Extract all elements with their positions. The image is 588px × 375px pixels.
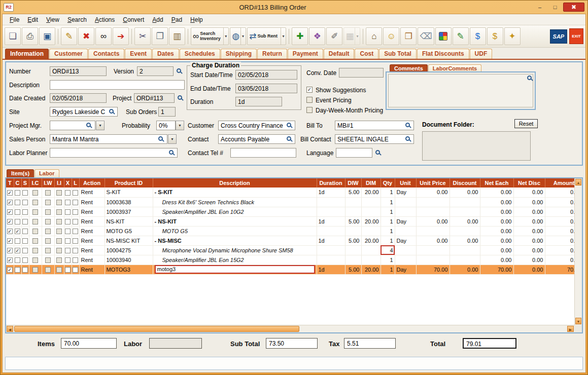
tab-udf[interactable]: UDF bbox=[470, 49, 493, 59]
search-inventory-button[interactable]: ∞Search Inventory▾ bbox=[191, 27, 229, 45]
checkbox-c[interactable] bbox=[15, 219, 20, 224]
conv-date-field[interactable] bbox=[339, 68, 384, 78]
menu-view[interactable]: View bbox=[42, 15, 63, 25]
checkbox-c[interactable] bbox=[15, 248, 20, 253]
tab-cost[interactable]: Cost bbox=[355, 49, 378, 59]
globe-button[interactable]: ◍▾ bbox=[230, 27, 246, 45]
checkbox-l[interactable] bbox=[73, 200, 78, 205]
bill-contact-search-icon[interactable] bbox=[405, 136, 410, 141]
col-header-net-disc[interactable]: Net Disc bbox=[513, 178, 545, 188]
checkbox-l[interactable] bbox=[73, 248, 78, 253]
tab-information[interactable]: Information bbox=[5, 49, 49, 59]
col-header-qty[interactable]: Qty bbox=[381, 178, 395, 188]
language-search-icon[interactable] bbox=[375, 150, 380, 155]
checkbox-ic[interactable] bbox=[32, 238, 38, 244]
checkbox-ic[interactable] bbox=[32, 190, 38, 196]
checkbox-s[interactable] bbox=[22, 219, 28, 224]
checkbox-s[interactable] bbox=[22, 257, 28, 263]
col-header-discount[interactable]: Discount bbox=[449, 178, 480, 188]
checkbox-x[interactable] bbox=[65, 248, 71, 253]
show-suggestions-checkbox[interactable] bbox=[306, 87, 313, 93]
checkbox-x[interactable] bbox=[65, 257, 71, 263]
checkbox-l[interactable] bbox=[73, 219, 78, 224]
sub-rent-button[interactable]: ⇄Sub Rent▾ bbox=[247, 27, 286, 45]
vertical-scrollbar[interactable]: ▲ ▼ bbox=[574, 178, 582, 325]
checkbox-ic[interactable] bbox=[32, 200, 38, 205]
col-header-i-w[interactable]: I.W bbox=[42, 178, 54, 188]
tab-shipping[interactable]: Shipping bbox=[221, 49, 257, 59]
paste-icon[interactable]: ▥ bbox=[169, 27, 185, 45]
checkbox-t[interactable] bbox=[7, 200, 13, 205]
contact-field[interactable]: Accounts Payable bbox=[218, 134, 295, 144]
menu-convert[interactable]: Convert bbox=[119, 15, 148, 25]
delete-icon[interactable]: ✖ bbox=[78, 27, 94, 45]
item-row-10004275[interactable]: Rent10004275Microphone Vocal Dynamic Mic… bbox=[6, 245, 574, 255]
checkbox-l[interactable] bbox=[73, 257, 78, 263]
checkbox-iw[interactable] bbox=[45, 219, 51, 224]
group-items-icon[interactable]: ❖ bbox=[309, 27, 325, 45]
checkbox-iw[interactable] bbox=[45, 267, 51, 273]
col-header-unit[interactable]: Unit bbox=[395, 178, 416, 188]
checkbox-c[interactable] bbox=[15, 229, 20, 234]
tab-payment[interactable]: Payment bbox=[288, 49, 323, 59]
checkbox-s[interactable] bbox=[22, 200, 28, 205]
edit-note-icon[interactable]: ✐ bbox=[326, 27, 342, 45]
checkbox-ii[interactable] bbox=[56, 238, 62, 244]
checkbox-s[interactable] bbox=[22, 190, 28, 196]
checkbox-t[interactable] bbox=[7, 190, 13, 196]
checkbox-c[interactable] bbox=[15, 209, 20, 215]
checkbox-c[interactable] bbox=[15, 267, 20, 273]
item-row-moto-g5[interactable]: RentMOTO G5MOTO G510.000.000.00 bbox=[6, 226, 574, 236]
title-bar[interactable]: R2 ORD#113 Billing Order – □ ✖ bbox=[2, 1, 586, 14]
checkbox-ii[interactable] bbox=[56, 200, 62, 205]
add-item-icon[interactable]: ✚ bbox=[292, 27, 308, 45]
col-header-dim[interactable]: DIM bbox=[361, 178, 381, 188]
col-header-c[interactable]: C bbox=[14, 178, 21, 188]
document-folder-area[interactable] bbox=[422, 131, 531, 161]
checkbox-l[interactable] bbox=[73, 209, 78, 215]
close-button[interactable]: ✖ bbox=[563, 3, 584, 12]
checkbox-t[interactable] bbox=[7, 267, 13, 273]
checkbox-l[interactable] bbox=[73, 238, 78, 244]
customer-search-icon[interactable] bbox=[287, 123, 291, 127]
checkbox-iw[interactable] bbox=[45, 200, 51, 205]
description-field[interactable] bbox=[50, 80, 185, 90]
checkbox-ic[interactable] bbox=[32, 267, 38, 273]
tab-event[interactable]: Event bbox=[125, 49, 152, 59]
checkbox-ii[interactable] bbox=[56, 219, 62, 224]
menu-edit[interactable]: Edit bbox=[23, 15, 42, 25]
edit-pencil-icon[interactable]: ✎ bbox=[61, 27, 77, 45]
tab-schedules[interactable]: Schedules bbox=[180, 49, 220, 59]
sales-person-search-icon[interactable] bbox=[158, 136, 163, 141]
col-header-description[interactable]: Description bbox=[153, 178, 317, 188]
rubiks-cube-icon[interactable] bbox=[435, 27, 452, 45]
grid-view-icon[interactable]: ▦▾ bbox=[343, 27, 360, 45]
checkbox-s[interactable] bbox=[22, 267, 28, 273]
checkbox-ii[interactable] bbox=[56, 248, 62, 253]
item-row-10003937[interactable]: Rent10003937Speaker/Amplifier JBL Eon 10… bbox=[6, 207, 574, 216]
item-row-s-kit[interactable]: RentS-KIT- S-KIT1d5.0020.001Day0.000.000… bbox=[6, 188, 574, 197]
description-editor[interactable]: motog3 bbox=[155, 265, 315, 274]
checkbox-s[interactable] bbox=[22, 248, 28, 253]
checkbox-t[interactable] bbox=[7, 219, 13, 224]
checkbox-ic[interactable] bbox=[32, 219, 38, 224]
checkbox-c[interactable] bbox=[15, 238, 20, 244]
col-header-duration[interactable]: Duration bbox=[317, 178, 345, 188]
checkbox-s[interactable] bbox=[22, 209, 28, 215]
checkbox-iw[interactable] bbox=[45, 248, 51, 253]
col-header-t[interactable]: T bbox=[6, 178, 14, 188]
project-field[interactable]: ORD#113 bbox=[134, 93, 175, 103]
checkbox-x[interactable] bbox=[65, 229, 71, 234]
reset-button[interactable]: Reset bbox=[514, 119, 538, 128]
scroll-up-icon[interactable]: ▲ bbox=[575, 179, 581, 185]
comments-search-icon[interactable] bbox=[527, 76, 532, 80]
number-field[interactable]: ORD#113 bbox=[50, 66, 107, 76]
checkbox-c[interactable] bbox=[15, 257, 20, 263]
checkbox-ic[interactable] bbox=[32, 257, 38, 263]
grid-view-icon-dropdown-icon[interactable]: ▾ bbox=[355, 28, 358, 45]
checkbox-iw[interactable] bbox=[45, 190, 51, 196]
site-field[interactable]: Rydges Lakeside C bbox=[50, 107, 118, 117]
col-header-s[interactable]: S bbox=[21, 178, 29, 188]
tab-customer[interactable]: Customer bbox=[49, 49, 88, 59]
checkbox-iw[interactable] bbox=[45, 229, 51, 234]
